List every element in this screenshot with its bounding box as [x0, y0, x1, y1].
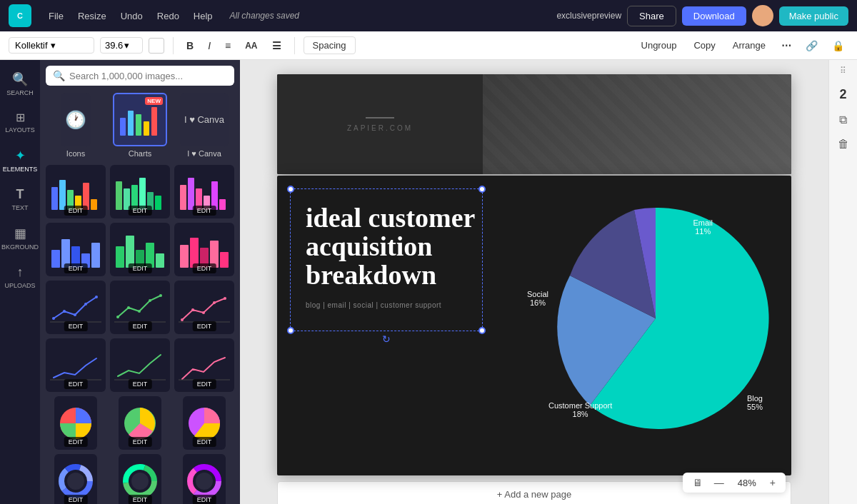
- spacing-button[interactable]: Spacing: [304, 36, 356, 54]
- zoom-value: 48%: [733, 478, 761, 488]
- line-chart2-thumb-1[interactable]: EDIT: [46, 338, 106, 392]
- bold-button[interactable]: B: [182, 37, 198, 54]
- bar-chart-thumb-3[interactable]: EDIT: [174, 165, 234, 218]
- slide-text-block[interactable]: ideal customer acquisition breakdown blo…: [299, 197, 506, 454]
- make-public-button[interactable]: Make public: [779, 6, 848, 26]
- edit-badge-bar21: EDIT: [64, 263, 88, 273]
- font-selector[interactable]: Kollektif ▾: [9, 37, 94, 54]
- sidebar-item-elements[interactable]: ✦ ELEMENTS: [3, 142, 37, 178]
- font-size-input[interactable]: 39.6 ▾: [100, 37, 143, 54]
- line-chart-thumb-3[interactable]: EDIT: [174, 281, 234, 334]
- svg-point-56: [213, 301, 216, 304]
- sidebar-item-background[interactable]: ▦ BKGROUND: [3, 220, 37, 256]
- bar-chart2-thumb-3[interactable]: EDIT: [174, 223, 234, 276]
- nav-undo[interactable]: Undo: [115, 8, 149, 24]
- main-layout: 🔍 SEARCH ⊞ LAYOUTS ✦ ELEMENTS T TEXT ▦ B…: [0, 60, 857, 504]
- link-button[interactable]: 🔗: [801, 37, 822, 54]
- category-thumb-canva[interactable]: I ♥ Canva: [180, 93, 229, 146]
- edit-badge-pie1: EDIT: [64, 437, 88, 447]
- more-options-button[interactable]: ⋯: [777, 37, 796, 54]
- slide-title: ideal customer acquisition breakdown: [306, 204, 506, 290]
- donut-charts-row: EDIT EDIT: [46, 454, 234, 504]
- search-bar[interactable]: 🔍: [46, 66, 234, 86]
- svg-rect-25: [51, 250, 60, 268]
- edit-badge-line22: EDIT: [129, 379, 152, 389]
- svg-rect-3: [128, 111, 134, 136]
- bar-chart-thumb-1[interactable]: EDIT: [46, 165, 106, 218]
- bar-chart2-item-3: EDIT: [174, 223, 234, 276]
- user-badge: exclusivepreview: [556, 11, 621, 21]
- ungroup-button[interactable]: Ungroup: [636, 37, 683, 54]
- pie-chart-thumb-2[interactable]: EDIT: [119, 396, 161, 450]
- duplicate-icon[interactable]: ⧉: [839, 114, 847, 126]
- category-thumb-icons[interactable]: 🕐: [61, 93, 91, 146]
- bar-chart-item-3: EDIT: [174, 165, 234, 218]
- svg-rect-2: [120, 118, 126, 136]
- svg-point-68: [67, 473, 84, 490]
- text-color-swatch[interactable]: [149, 38, 164, 54]
- nav-resize[interactable]: Resize: [72, 8, 112, 24]
- category-icons: 🕐 Icons: [46, 93, 106, 158]
- donut-chart-thumb-2[interactable]: EDIT: [119, 454, 161, 504]
- zoom-out-button[interactable]: 🖥: [690, 475, 706, 490]
- nav-file[interactable]: File: [43, 8, 69, 24]
- slide-1[interactable]: ZAPIER.COM: [277, 74, 791, 174]
- bar-chart-item-2: EDIT: [110, 165, 170, 218]
- arrange-button[interactable]: Arrange: [727, 37, 771, 54]
- sidebar-item-text[interactable]: T TEXT: [3, 181, 37, 217]
- line-chart2-item-2: EDIT: [110, 338, 170, 392]
- download-button[interactable]: Download: [682, 6, 746, 26]
- sidebar-item-layouts[interactable]: ⊞ LAYOUTS: [3, 105, 37, 139]
- donut-chart-thumb-3[interactable]: EDIT: [183, 454, 226, 504]
- font-name: Kollektif: [15, 40, 48, 51]
- donut-chart-thumb-1[interactable]: EDIT: [54, 454, 97, 504]
- sidebar-label-layouts: LAYOUTS: [5, 126, 34, 133]
- svg-rect-30: [116, 246, 124, 268]
- bar-chart2-thumb-1[interactable]: EDIT: [46, 223, 106, 276]
- search-icon-input: 🔍: [53, 70, 65, 81]
- left-sidebar: 🔍 SEARCH ⊞ LAYOUTS ✦ ELEMENTS T TEXT ▦ B…: [0, 60, 40, 504]
- bar-chart2-thumb-2[interactable]: EDIT: [110, 223, 170, 276]
- avatar[interactable]: [752, 5, 773, 26]
- bar-charts-row2: EDIT EDIT: [46, 223, 234, 276]
- zoom-plus-button[interactable]: +: [767, 475, 778, 490]
- line-chart2-thumb-3[interactable]: EDIT: [174, 338, 234, 392]
- edit-badge-line3: EDIT: [193, 321, 216, 331]
- category-charts: NEW Charts: [110, 93, 170, 158]
- uploads-icon: ↑: [17, 265, 24, 280]
- label-blog-pct: 55%: [747, 403, 763, 411]
- nav-redo[interactable]: Redo: [151, 8, 185, 24]
- svg-point-41: [52, 317, 55, 320]
- bar-chart-thumb-2[interactable]: EDIT: [110, 165, 170, 218]
- nav-help[interactable]: Help: [188, 8, 219, 24]
- line-chart-thumb-2[interactable]: EDIT: [110, 281, 170, 334]
- aa-button[interactable]: AA: [241, 38, 261, 54]
- slide-2[interactable]: ↻ ideal customer acquisition breakdown b…: [277, 176, 791, 475]
- svg-rect-19: [180, 185, 186, 210]
- zoom-minus-button[interactable]: —: [711, 475, 727, 490]
- lock-button[interactable]: 🔒: [828, 37, 848, 54]
- zapier-text: ZAPIER.COM: [347, 124, 413, 132]
- canvas-area[interactable]: ZAPIER.COM ↻: [240, 60, 828, 504]
- sidebar-label-elements: ELEMENTS: [3, 166, 38, 173]
- list-button[interactable]: ☰: [268, 37, 286, 54]
- line-chart-thumb-1[interactable]: EDIT: [46, 281, 106, 334]
- edit-badge-donut3: EDIT: [193, 495, 216, 504]
- italic-button[interactable]: I: [204, 37, 215, 54]
- pie-chart-thumb-1[interactable]: EDIT: [54, 396, 97, 450]
- sidebar-label-text: TEXT: [11, 204, 28, 211]
- sidebar-item-uploads[interactable]: ↑ UPLOADS: [3, 259, 37, 295]
- align-button[interactable]: ≡: [221, 37, 235, 54]
- search-input[interactable]: [69, 71, 227, 81]
- category-thumb-charts[interactable]: NEW: [113, 93, 167, 146]
- toolbar-right-actions: Ungroup Copy Arrange ⋯ 🔗 🔒: [636, 37, 848, 54]
- delete-icon[interactable]: 🗑: [838, 138, 849, 151]
- sidebar-item-search[interactable]: 🔍 SEARCH: [3, 66, 37, 102]
- label-social: Social 16%: [527, 290, 548, 307]
- app-logo[interactable]: C: [9, 4, 31, 27]
- category-label-charts: Charts: [129, 149, 151, 158]
- share-button[interactable]: Share: [627, 6, 676, 26]
- pie-chart-thumb-3[interactable]: EDIT: [183, 396, 226, 450]
- copy-button[interactable]: Copy: [688, 37, 721, 54]
- line-chart2-thumb-2[interactable]: EDIT: [110, 338, 170, 392]
